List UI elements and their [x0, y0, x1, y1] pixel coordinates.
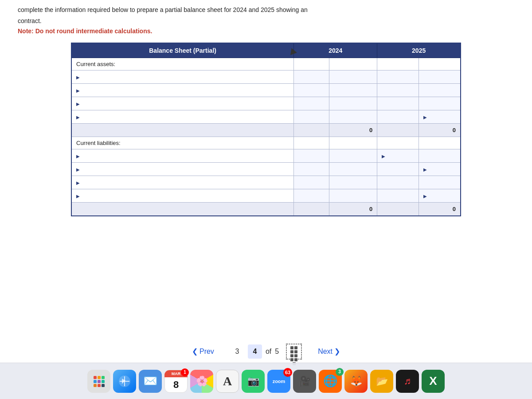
intro-text-line1: complete the information required below …	[18, 5, 514, 15]
grid-dot-7	[290, 358, 293, 361]
dock-fonts[interactable]: A	[216, 370, 239, 393]
cl-row2-2024-sub[interactable]	[294, 163, 329, 176]
ca-2024-col2[interactable]	[329, 58, 377, 70]
dock-launchpad[interactable]	[87, 370, 110, 393]
cl-row3-2025-val[interactable]	[419, 176, 461, 189]
browser2-icon: 🌐	[323, 374, 337, 388]
ca-total-2025-val: 0	[419, 124, 461, 137]
ca-row4-2024-val[interactable]	[329, 110, 377, 124]
ca-row1-2024-sub[interactable]	[294, 70, 329, 84]
cl-row4-2025-val[interactable]: ▶	[419, 189, 461, 203]
cl-row2-label: ▶	[71, 163, 294, 176]
cl-row1-2025-sub[interactable]: ▶	[377, 149, 419, 163]
dock-mail[interactable]: ✉️	[139, 370, 162, 393]
dock-browser2[interactable]: 🌐 3	[319, 370, 342, 393]
next-label: Next	[318, 348, 332, 356]
calendar-badge: 1	[181, 368, 189, 376]
next-button[interactable]: Next ❯	[309, 343, 349, 360]
table-row: ▶ ▶	[71, 189, 461, 203]
dock-folder[interactable]: 📂	[370, 370, 393, 393]
table-header-year1: 2024	[294, 43, 377, 58]
cl-row1-label: ▶	[71, 149, 294, 163]
grid-dot-5	[290, 354, 293, 357]
grid-dot-8	[294, 358, 297, 361]
cl-2025-col1[interactable]	[377, 137, 419, 149]
cl-row1-2024-val[interactable]	[329, 149, 377, 163]
prev-button[interactable]: ❮ Prev	[183, 343, 223, 360]
cl-row4-2024-sub[interactable]	[294, 189, 329, 203]
svg-rect-2	[102, 376, 105, 379]
cl-row3-label: ▶	[71, 176, 294, 189]
current-liabilities-header-row: Current liabilities:	[71, 137, 461, 149]
chevron-right-icon: ❯	[334, 347, 340, 356]
svg-rect-3	[94, 380, 97, 383]
cl-row3-2025-sub[interactable]	[377, 176, 419, 189]
ca-row2-2024-val[interactable]	[329, 84, 377, 97]
page-4-active[interactable]: 4	[248, 344, 262, 359]
ca-row2-label: ▶	[71, 84, 294, 97]
ca-total-2024-sub	[294, 124, 329, 137]
pagination-numbers: 3 4 of 5	[230, 344, 279, 359]
ca-2024-col1[interactable]	[294, 58, 329, 70]
dock-facetime[interactable]: 📷	[242, 370, 265, 393]
ca-2025-col2[interactable]	[419, 58, 461, 70]
dock-firefox[interactable]: 🦊	[344, 370, 368, 393]
intro-text-line2: contract.	[18, 16, 514, 26]
cl-total-2025-val: 0	[419, 203, 461, 216]
dock-music[interactable]: ♬	[396, 370, 419, 393]
total-pages: 5	[275, 348, 279, 356]
cl-row4-2025-sub[interactable]	[377, 189, 419, 203]
ca-row3-2024-val[interactable]	[329, 97, 377, 110]
dock-excel[interactable]: X	[422, 370, 445, 393]
grid-dot-1	[290, 346, 293, 349]
ca-row3-2025-sub[interactable]	[377, 97, 419, 110]
cl-row3-2024-sub[interactable]	[294, 176, 329, 189]
grid-dot-3	[290, 350, 293, 353]
current-liabilities-label: Current liabilities:	[71, 137, 294, 149]
dock-photos[interactable]: 🌸	[190, 370, 213, 393]
ca-row4-2025-val[interactable]: ▶	[419, 110, 461, 124]
cl-row3-2024-val[interactable]	[329, 176, 377, 189]
ca-row2-2024-sub[interactable]	[294, 84, 329, 97]
cl-row2-2024-val[interactable]	[329, 163, 377, 176]
dock-safari[interactable]	[113, 370, 136, 393]
intro-section: complete the information required below …	[0, 0, 532, 35]
cl-2025-col2[interactable]	[419, 137, 461, 149]
dock-zoom[interactable]: zoom 63	[267, 370, 290, 393]
excel-icon: X	[429, 374, 437, 388]
cl-2024-col2[interactable]	[329, 137, 377, 149]
folder-icon: 📂	[376, 376, 388, 387]
grid-view-icon[interactable]	[286, 344, 302, 360]
table-row: ▶ ▶	[71, 163, 461, 176]
svg-rect-8	[102, 384, 105, 387]
browser2-badge: 3	[336, 368, 344, 376]
cl-total-2024-val: 0	[329, 203, 377, 216]
dock-camera[interactable]: 🎥	[293, 370, 316, 393]
pagination-bar: ❮ Prev 3 4 of 5 Next ❯	[0, 343, 532, 360]
ca-row3-2024-sub[interactable]	[294, 97, 329, 110]
cl-row2-2025-val[interactable]: ▶	[419, 163, 461, 176]
ca-row2-2025-val[interactable]	[419, 84, 461, 97]
ca-row4-2024-sub[interactable]	[294, 110, 329, 124]
table-row: ▶	[71, 97, 461, 110]
ca-row1-2025-val[interactable]	[419, 70, 461, 84]
page-3[interactable]: 3	[230, 344, 244, 359]
ca-row1-2024-val[interactable]	[329, 70, 377, 84]
ca-2025-col1[interactable]	[377, 58, 419, 70]
current-assets-label: Current assets:	[71, 58, 294, 70]
ca-row3-2025-val[interactable]	[419, 97, 461, 110]
ca-row4-2025-sub[interactable]	[377, 110, 419, 124]
ca-total-label	[71, 124, 294, 137]
cl-row4-2024-val[interactable]	[329, 189, 377, 203]
cl-row1-2024-sub[interactable]	[294, 149, 329, 163]
cl-2024-col1[interactable]	[294, 137, 329, 149]
ca-row1-2025-sub[interactable]	[377, 70, 419, 84]
cl-row2-2025-sub[interactable]	[377, 163, 419, 176]
cl-row1-2025-val[interactable]	[419, 149, 461, 163]
cl-total-2024-sub	[294, 203, 329, 216]
photos-icon: 🌸	[196, 376, 208, 387]
ca-row2-2025-sub[interactable]	[377, 84, 419, 97]
dock-calendar[interactable]: MAR 8 1	[164, 370, 188, 393]
zoom-label: zoom	[273, 379, 286, 384]
ca-row4-label: ▶	[71, 110, 294, 124]
